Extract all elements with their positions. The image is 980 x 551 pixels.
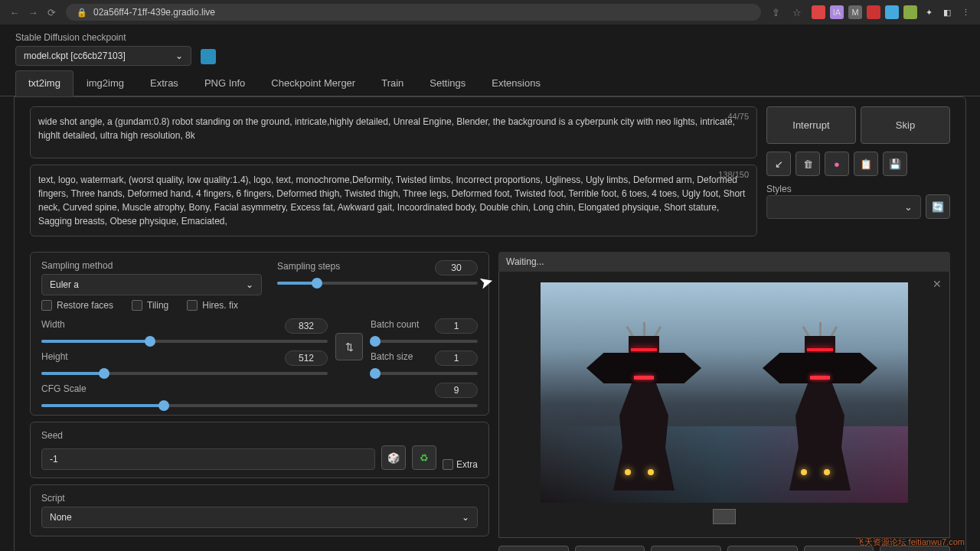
open-folder-button[interactable]: 📁: [498, 546, 569, 551]
ext-icon-3[interactable]: M: [848, 5, 862, 19]
sampling-steps-value[interactable]: 30: [435, 260, 478, 276]
swap-dimensions-button[interactable]: ⇅: [335, 333, 363, 360]
height-value[interactable]: 512: [285, 350, 328, 366]
batch-count-value[interactable]: 1: [435, 318, 478, 334]
script-select[interactable]: None ⌄: [41, 507, 478, 528]
batch-size-slider[interactable]: [371, 372, 478, 375]
checkpoint-select[interactable]: model.ckpt [cc6cb27103] ⌄: [15, 46, 191, 66]
style-preset-icon[interactable]: ●: [825, 152, 849, 176]
skip-button[interactable]: Skip: [861, 106, 950, 144]
checkpoint-value: model.ckpt [cc6cb27103]: [24, 51, 126, 61]
arrow-icon[interactable]: ↙: [766, 152, 791, 176]
ext-icon-2[interactable]: IA: [830, 5, 844, 19]
tab-train[interactable]: Train: [368, 70, 416, 96]
extensions-icon[interactable]: ✦: [922, 5, 936, 19]
lock-icon: 🔒: [77, 8, 87, 18]
zip-button[interactable]: Zip: [651, 546, 721, 551]
sampling-method-label: Sampling method: [41, 260, 262, 271]
generated-image[interactable]: [541, 282, 908, 503]
tab-extras[interactable]: Extras: [137, 70, 191, 96]
interrupt-button[interactable]: Interrupt: [766, 106, 856, 144]
height-label: Height: [41, 351, 68, 362]
negative-prompt-text: text, logo, watermark, (worst quality, l…: [38, 173, 749, 228]
batch-count-slider[interactable]: [371, 340, 478, 343]
chevron-down-icon: ⌄: [175, 51, 183, 61]
save-button[interactable]: Save: [575, 546, 645, 551]
seed-label: Seed: [41, 430, 478, 441]
ext-icon-5[interactable]: [885, 5, 899, 19]
url-bar[interactable]: 🔒 02a56ff4-71ff-439e.gradio.live: [66, 4, 761, 21]
menu-icon[interactable]: ⋮: [959, 5, 972, 19]
sampling-steps-label: Sampling steps: [277, 261, 340, 272]
sampling-method-value: Euler a: [50, 279, 79, 290]
batch-count-label: Batch count: [371, 319, 419, 330]
refresh-checkpoint-button[interactable]: [201, 49, 216, 64]
chevron-down-icon: ⌄: [904, 201, 913, 213]
cfg-label: CFG Scale: [41, 383, 87, 394]
dice-icon[interactable]: 🎲: [381, 445, 406, 470]
sidepanel-icon[interactable]: ◧: [940, 5, 954, 19]
seed-input[interactable]: -1: [41, 448, 375, 470]
back-button[interactable]: ←: [8, 5, 21, 19]
tab-txt2img[interactable]: txt2img: [15, 70, 74, 96]
ext-icon-4[interactable]: [867, 5, 880, 19]
apply-style-button[interactable]: 🔄: [926, 194, 950, 219]
hires-fix-checkbox[interactable]: Hires. fix: [187, 300, 238, 311]
trash-icon[interactable]: 🗑: [795, 152, 820, 176]
chevron-down-icon: ⌄: [462, 512, 469, 523]
negative-token-count: 138/150: [718, 170, 749, 179]
recycle-icon[interactable]: ♻: [412, 445, 436, 470]
send-to-img2img-button[interactable]: Send to img2img: [727, 546, 798, 551]
url-text: 02a56ff4-71ff-439e.gradio.live: [93, 7, 215, 18]
styles-label: Styles: [766, 184, 792, 194]
output-image-container: ✕: [498, 272, 950, 538]
prompt-text: wide shot angle, a (gundam:0.8) robot st…: [38, 115, 749, 142]
restore-faces-checkbox[interactable]: Restore faces: [41, 300, 113, 311]
share-icon[interactable]: ⇧: [769, 5, 782, 19]
clipboard-icon[interactable]: 📋: [854, 152, 878, 176]
extra-checkbox[interactable]: Extra: [443, 459, 478, 470]
styles-select[interactable]: ⌄: [766, 195, 921, 219]
ext-icon-6[interactable]: [903, 5, 917, 19]
width-label: Width: [41, 319, 65, 330]
tab-bar: txt2img img2img Extras PNG Info Checkpoi…: [0, 70, 980, 96]
star-icon[interactable]: ☆: [790, 5, 804, 19]
batch-size-label: Batch size: [371, 351, 413, 362]
thumbnail[interactable]: [713, 509, 736, 524]
sampling-steps-slider[interactable]: [277, 282, 478, 285]
forward-button[interactable]: →: [26, 5, 40, 19]
cfg-value[interactable]: 9: [435, 383, 478, 398]
tab-img2img[interactable]: img2img: [74, 70, 137, 96]
output-status: Waiting...: [498, 252, 950, 272]
script-label: Script: [41, 493, 478, 504]
height-slider[interactable]: [41, 372, 328, 375]
prompt-token-count: 44/75: [727, 112, 749, 121]
script-value: None: [50, 512, 72, 523]
width-slider[interactable]: [41, 340, 328, 343]
tab-settings[interactable]: Settings: [416, 70, 479, 96]
chevron-down-icon: ⌄: [246, 279, 253, 290]
cfg-slider[interactable]: [41, 404, 478, 407]
tiling-checkbox[interactable]: Tiling: [132, 300, 168, 311]
prompt-input[interactable]: 44/75 wide shot angle, a (gundam:0.8) ro…: [30, 106, 757, 158]
tab-pnginfo[interactable]: PNG Info: [191, 70, 258, 96]
tab-checkpoint-merger[interactable]: Checkpoint Merger: [258, 70, 368, 96]
watermark: 飞天资源论坛 feitianwu7.com: [856, 536, 965, 548]
width-value[interactable]: 832: [285, 318, 328, 334]
ext-icon-1[interactable]: [812, 5, 825, 19]
reload-button[interactable]: ⟳: [44, 5, 58, 19]
checkpoint-label: Stable Diffusion checkpoint: [15, 32, 191, 43]
close-icon[interactable]: ✕: [933, 278, 942, 290]
save-style-icon[interactable]: 💾: [883, 152, 907, 176]
tab-extensions[interactable]: Extensions: [479, 70, 554, 96]
sampling-method-select[interactable]: Euler a ⌄: [41, 274, 262, 295]
negative-prompt-input[interactable]: 138/150 text, logo, watermark, (worst qu…: [30, 165, 757, 236]
batch-size-value[interactable]: 1: [435, 350, 478, 366]
